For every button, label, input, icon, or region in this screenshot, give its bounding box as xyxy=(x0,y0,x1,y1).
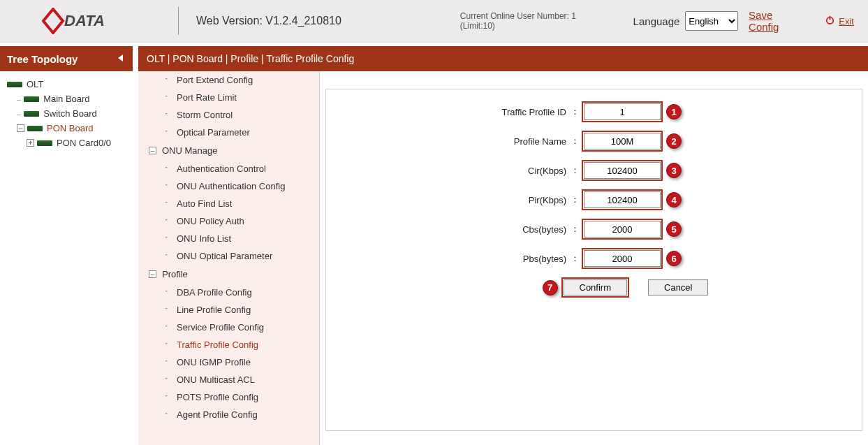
menu-item[interactable]: ONU IGMP Profile xyxy=(138,353,319,371)
input-pbs[interactable] xyxy=(584,250,661,267)
language-select[interactable]: English xyxy=(685,11,738,31)
tree-node-pon-board[interactable]: – PON Board xyxy=(17,121,128,136)
label-pir: Pir(Kbps) xyxy=(326,195,571,205)
exit-button[interactable]: Exit xyxy=(825,15,854,27)
tree-node-olt[interactable]: OLT xyxy=(7,77,128,92)
row-cir: Cir(Kbps) ： 3 xyxy=(326,162,862,179)
badge-4: 4 xyxy=(666,192,682,207)
menu-item[interactable]: Port Rate Limit xyxy=(138,89,319,106)
web-version: Web Version: V1.2.4_210810 xyxy=(196,15,341,27)
board-icon xyxy=(24,111,39,117)
form-column: Traffic Profile ID ： 1 Profile Name ： 2 … xyxy=(320,71,868,445)
menu-item[interactable]: Storm Control xyxy=(138,106,319,124)
label-profile-name: Profile Name xyxy=(326,136,571,147)
form-box: Traffic Profile ID ： 1 Profile Name ： 2 … xyxy=(325,89,862,431)
label-pbs: Pbs(bytes) xyxy=(326,254,571,264)
main: Tree Topology OLT – Main Board – Switch … xyxy=(0,43,868,445)
input-cbs[interactable] xyxy=(584,221,661,238)
menu-item[interactable]: ONU Optical Parameter xyxy=(138,247,319,265)
badge-7: 7 xyxy=(543,280,558,296)
board-icon xyxy=(27,126,43,131)
input-profile-name[interactable] xyxy=(584,133,661,149)
row-pir: Pir(Kbps) ： 4 xyxy=(326,191,862,208)
menu-group-onu[interactable]: – ONU Manage xyxy=(138,141,319,160)
tree-header: Tree Topology xyxy=(0,46,133,71)
badge-2: 2 xyxy=(666,133,682,149)
confirm-wrap: 7 Confirm xyxy=(543,279,628,296)
tree-node-pon-card[interactable]: + PON Card0/0 xyxy=(27,136,128,150)
svg-marker-0 xyxy=(43,9,63,33)
power-icon xyxy=(825,15,835,27)
menu-item[interactable]: DBA Profile Config xyxy=(138,284,319,301)
badge-5: 5 xyxy=(666,221,682,237)
cancel-button[interactable]: Cancel xyxy=(648,279,708,296)
svg-text:DATA: DATA xyxy=(64,12,105,29)
save-config-link[interactable]: Save Config xyxy=(749,9,804,33)
logo: DATA xyxy=(42,8,136,34)
tree-body: OLT – Main Board – Switch Board – PON Bo… xyxy=(0,71,133,445)
menu-item[interactable]: Auto Find List xyxy=(138,195,319,212)
menu-item[interactable]: Line Profile Config xyxy=(138,301,319,319)
svg-marker-4 xyxy=(118,54,123,61)
menu-item[interactable]: Optical Parameter xyxy=(138,124,319,141)
row-traffic-profile-id: Traffic Profile ID ： 1 xyxy=(326,103,862,120)
input-cir[interactable] xyxy=(584,162,661,179)
menu-item[interactable]: Service Profile Config xyxy=(138,319,319,336)
label-traffic-profile-id: Traffic Profile ID xyxy=(326,107,571,117)
board-icon xyxy=(37,140,52,146)
exit-label: Exit xyxy=(839,16,854,27)
row-pbs: Pbs(bytes) ： 6 xyxy=(326,250,862,267)
button-row: 7 Confirm Cancel xyxy=(389,279,862,296)
confirm-button[interactable]: Confirm xyxy=(564,279,628,296)
menu-column[interactable]: Port Extend Config Port Rate Limit Storm… xyxy=(138,71,320,445)
content-row: Port Extend Config Port Rate Limit Storm… xyxy=(138,71,868,445)
input-traffic-profile-id[interactable] xyxy=(584,103,661,120)
menu-item[interactable]: POTS Profile Config xyxy=(138,388,319,406)
input-pir[interactable] xyxy=(584,191,661,208)
tree-panel: Tree Topology OLT – Main Board – Switch … xyxy=(0,43,133,445)
menu-item[interactable]: ONU Policy Auth xyxy=(138,212,319,230)
header-bar: DATA Web Version: V1.2.4_210810 Current … xyxy=(0,0,868,43)
menu-group-profile[interactable]: – Profile xyxy=(138,265,319,284)
online-user-count: Current Online User Number: 1 (Limit:10) xyxy=(460,11,609,31)
row-cbs: Cbs(bytes) ： 5 xyxy=(326,221,862,238)
menu-item-traffic-profile[interactable]: Traffic Profile Config xyxy=(138,336,319,353)
tree-node-main-board[interactable]: – Main Board xyxy=(17,92,128,106)
badge-1: 1 xyxy=(666,104,682,119)
collapse-icon[interactable] xyxy=(116,53,126,65)
board-icon xyxy=(7,82,22,87)
tree-title: Tree Topology xyxy=(7,53,78,65)
right-panel: OLT | PON Board | Profile | Traffic Prof… xyxy=(138,46,868,445)
breadcrumb: OLT | PON Board | Profile | Traffic Prof… xyxy=(138,46,868,71)
label-cir: Cir(Kbps) xyxy=(326,166,571,176)
menu-item[interactable]: ONU Info List xyxy=(138,230,319,247)
language-label: Language xyxy=(633,15,680,27)
minus-icon[interactable]: – xyxy=(17,124,24,132)
menu-item[interactable]: ONU Authentication Config xyxy=(138,177,319,195)
menu-item[interactable]: ONU Multicast ACL xyxy=(138,371,319,388)
menu-item[interactable]: Authentication Control xyxy=(138,160,319,177)
board-icon xyxy=(24,96,39,102)
row-profile-name: Profile Name ： 2 xyxy=(326,133,862,149)
tree-node-switch-board[interactable]: – Switch Board xyxy=(17,106,128,121)
plus-icon[interactable]: + xyxy=(27,139,34,147)
minus-icon[interactable]: – xyxy=(149,147,156,154)
label-cbs: Cbs(bytes) xyxy=(326,224,571,235)
badge-6: 6 xyxy=(666,251,682,266)
badge-3: 3 xyxy=(666,163,682,178)
menu-item[interactable]: Port Extend Config xyxy=(138,71,319,89)
menu-item[interactable]: Agent Profile Config xyxy=(138,406,319,423)
header-divider xyxy=(178,7,179,35)
menu-inner: Port Extend Config Port Rate Limit Storm… xyxy=(138,71,319,423)
minus-icon[interactable]: – xyxy=(149,270,156,278)
